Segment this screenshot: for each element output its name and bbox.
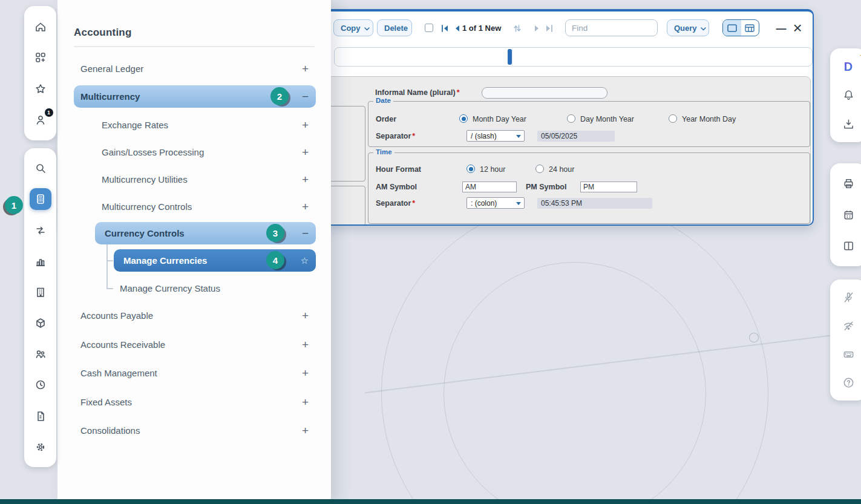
delete-button[interactable]: Delete xyxy=(377,19,412,36)
copy-button[interactable]: Copy xyxy=(333,19,373,36)
history-button[interactable] xyxy=(30,374,51,396)
print-button[interactable] xyxy=(837,173,859,195)
favorite-star-icon[interactable]: ☆ xyxy=(301,256,309,265)
expand-icon[interactable]: + xyxy=(302,63,309,74)
inventory-button[interactable] xyxy=(30,312,51,334)
menu-item-multicurrency-utilities[interactable]: Multicurrency Utilities + xyxy=(74,168,316,190)
informal-name-input[interactable] xyxy=(482,87,607,99)
close-button[interactable]: × xyxy=(790,19,805,36)
menu-item-manage-currencies[interactable]: Manage Currencies ☆ xyxy=(114,249,316,272)
pane-splitter[interactable] xyxy=(508,49,512,65)
record-indicator: 1 of 1 New xyxy=(462,24,501,33)
keyboard-button[interactable] xyxy=(837,344,859,365)
accounting-module-button[interactable] xyxy=(30,188,51,210)
profile-button[interactable]: 1 xyxy=(30,109,51,131)
menu-item-exchange-rates[interactable]: Exchange Rates + xyxy=(74,114,316,136)
date-separator-label: Separator* xyxy=(376,132,415,140)
signal-off-icon xyxy=(842,319,855,332)
record-checkbox[interactable] xyxy=(425,24,433,32)
menu-item-general-ledger[interactable]: General Ledger + xyxy=(74,57,316,79)
find-input[interactable] xyxy=(565,19,658,36)
menu-item-accounts-payable[interactable]: Accounts Payable + xyxy=(74,304,316,326)
view-toggle xyxy=(722,19,759,36)
home-icon xyxy=(34,21,47,33)
table-view-button[interactable] xyxy=(741,20,759,36)
radio-12-hour[interactable] xyxy=(467,165,475,173)
people-icon xyxy=(34,348,47,360)
home-button[interactable] xyxy=(30,16,51,38)
expand-icon[interactable]: + xyxy=(302,310,309,321)
organization-button[interactable] xyxy=(30,281,51,303)
expand-icon[interactable]: + xyxy=(302,367,309,379)
search-button[interactable] xyxy=(30,157,51,179)
people-button[interactable] xyxy=(30,343,51,365)
form-view-icon xyxy=(727,24,737,32)
radio-year-month-day[interactable] xyxy=(669,114,677,123)
expand-icon[interactable]: + xyxy=(302,396,309,408)
apps-button[interactable] xyxy=(30,47,51,68)
calendar-icon xyxy=(842,209,855,221)
clock-icon xyxy=(34,379,47,391)
menu-item-multicurrency-controls[interactable]: Multicurrency Controls + xyxy=(74,195,316,217)
expand-icon[interactable]: + xyxy=(302,339,309,350)
pm-symbol-input[interactable] xyxy=(580,182,637,192)
expand-icon[interactable]: + xyxy=(302,174,309,185)
expand-icon[interactable]: + xyxy=(302,201,309,212)
radio-24-hour[interactable] xyxy=(535,165,544,173)
radio-day-month-year[interactable] xyxy=(567,114,575,123)
last-record-icon[interactable] xyxy=(543,24,554,33)
annotation-step-4: 4 xyxy=(266,251,284,269)
radio-month-day-year[interactable] xyxy=(459,114,468,123)
next-record-icon[interactable] xyxy=(531,24,542,33)
menu-item-fixed-assets[interactable]: Fixed Assets + xyxy=(74,391,316,413)
documents-button[interactable] xyxy=(30,405,51,427)
time-separator-select[interactable]: : (colon) xyxy=(467,197,525,209)
annotation-step-1: 1 xyxy=(5,196,23,214)
collapse-icon[interactable]: − xyxy=(302,227,309,239)
help-button[interactable] xyxy=(837,372,859,394)
menu-item-manage-currency-status[interactable]: Manage Currency Status xyxy=(114,277,316,299)
menu-item-consolidations[interactable]: Consolidations + xyxy=(74,419,316,441)
am-symbol-label: AM Symbol xyxy=(376,183,417,191)
apps-grid-icon xyxy=(34,51,47,64)
collapse-icon[interactable]: − xyxy=(302,91,309,102)
mic-off-icon xyxy=(842,291,855,304)
query-button[interactable]: Query xyxy=(667,19,709,36)
right-rail-card-output xyxy=(830,163,861,266)
order-label: Order xyxy=(376,115,396,123)
record-header-bar xyxy=(334,47,813,67)
first-record-icon[interactable] xyxy=(439,24,450,33)
analytics-button[interactable] xyxy=(30,250,51,272)
bell-icon xyxy=(842,89,855,102)
menu-item-accounts-receivable[interactable]: Accounts Receivable + xyxy=(74,333,316,355)
table-view-icon xyxy=(745,24,755,32)
date-separator-select[interactable]: / (slash) xyxy=(467,130,525,142)
voice-input-button[interactable] xyxy=(837,286,859,308)
notifications-button[interactable] xyxy=(837,85,859,106)
refresh-records-icon[interactable] xyxy=(512,24,523,33)
previous-record-icon[interactable] xyxy=(451,24,462,33)
favorites-button[interactable] xyxy=(30,78,51,100)
layout-columns-button[interactable] xyxy=(837,235,859,257)
tree-connector xyxy=(106,260,113,261)
tree-connector xyxy=(106,244,108,289)
expand-icon[interactable]: + xyxy=(302,146,309,158)
minimize-button[interactable]: — xyxy=(774,22,788,36)
record-header-left-pane xyxy=(335,48,512,66)
expand-icon[interactable]: + xyxy=(302,119,309,131)
transactions-button[interactable] xyxy=(30,220,51,241)
am-symbol-input[interactable] xyxy=(462,182,517,192)
menu-item-gains-losses-processing[interactable]: Gains/Losses Processing + xyxy=(74,141,316,163)
chevron-down-icon xyxy=(364,24,370,33)
notification-count-badge: 1 xyxy=(45,108,53,117)
settings-button[interactable] xyxy=(30,436,51,458)
hour-format-label: Hour Format xyxy=(376,165,421,174)
menu-item-cash-management[interactable]: Cash Management + xyxy=(74,362,316,384)
assistant-button[interactable]: D ✦ xyxy=(837,56,859,77)
import-button[interactable] xyxy=(837,113,859,135)
expand-icon[interactable]: + xyxy=(302,425,309,436)
calendar-button[interactable] xyxy=(837,204,859,226)
signal-button[interactable] xyxy=(837,315,859,336)
form-view-button[interactable] xyxy=(723,20,741,36)
chevron-down-icon xyxy=(516,135,521,138)
